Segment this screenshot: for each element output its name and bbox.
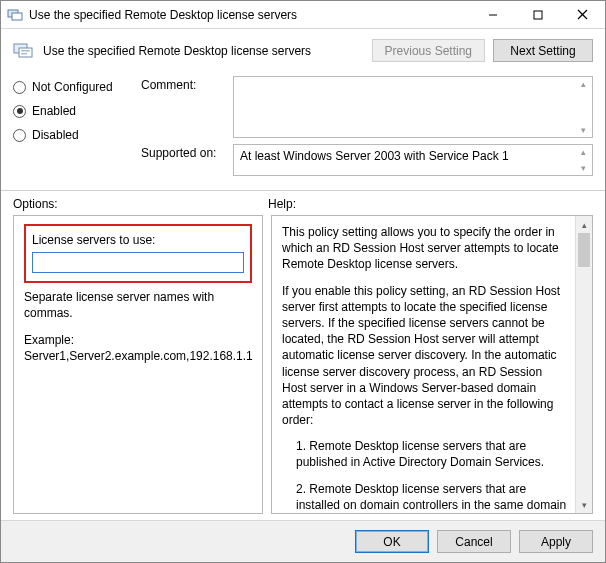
- help-scrollbar[interactable]: ▴ ▾: [575, 216, 592, 513]
- svg-rect-7: [19, 48, 32, 57]
- scroll-down-arrow-icon[interactable]: ▾: [576, 496, 592, 513]
- dialog-footer: OK Cancel Apply: [1, 520, 605, 562]
- column-headers: Options: Help:: [1, 197, 605, 215]
- config-fields: Comment: ▴▾ Supported on: At least Windo…: [141, 76, 593, 176]
- radio-label: Not Configured: [32, 80, 113, 94]
- supported-on-value: At least Windows Server 2003 with Servic…: [240, 149, 509, 163]
- scroll-hint: ▴▾: [576, 79, 590, 135]
- svg-rect-1: [12, 13, 22, 20]
- window-controls: [470, 1, 605, 28]
- license-servers-input[interactable]: [32, 252, 244, 273]
- divider: [1, 190, 605, 191]
- minimize-button[interactable]: [470, 1, 515, 28]
- close-button[interactable]: [560, 1, 605, 28]
- radio-disabled[interactable]: Disabled: [13, 128, 133, 142]
- options-panel: License servers to use: Separate license…: [13, 215, 263, 514]
- svg-rect-8: [21, 50, 30, 52]
- options-header: Options:: [13, 197, 268, 211]
- highlight-box: License servers to use:: [24, 224, 252, 283]
- help-list-item: 2. Remote Desktop license servers that a…: [282, 481, 570, 514]
- scroll-up-arrow-icon[interactable]: ▴: [576, 216, 592, 233]
- supported-on-field: At least Windows Server 2003 with Servic…: [233, 144, 593, 176]
- apply-button[interactable]: Apply: [519, 530, 593, 553]
- policy-header: Use the specified Remote Desktop license…: [1, 29, 605, 72]
- cancel-button[interactable]: Cancel: [437, 530, 511, 553]
- titlebar: Use the specified Remote Desktop license…: [1, 1, 605, 29]
- license-servers-label: License servers to use:: [32, 232, 244, 248]
- policy-icon: [13, 41, 35, 61]
- supported-row: Supported on: At least Windows Server 20…: [141, 144, 593, 176]
- supported-label: Supported on:: [141, 144, 227, 160]
- help-header: Help:: [268, 197, 593, 211]
- options-note-separator: Separate license server names with comma…: [24, 289, 252, 321]
- previous-setting-button: Previous Setting: [372, 39, 485, 62]
- ok-button[interactable]: OK: [355, 530, 429, 553]
- help-panel: This policy setting allows you to specif…: [271, 215, 593, 514]
- app-icon: [7, 7, 23, 23]
- next-setting-button[interactable]: Next Setting: [493, 39, 593, 62]
- svg-rect-9: [21, 53, 27, 55]
- policy-title: Use the specified Remote Desktop license…: [43, 44, 364, 58]
- help-list-item: 1. Remote Desktop license servers that a…: [282, 438, 570, 470]
- maximize-button[interactable]: [515, 1, 560, 28]
- state-radio-group: Not Configured Enabled Disabled: [13, 76, 133, 176]
- scroll-thumb[interactable]: [578, 233, 590, 267]
- svg-rect-3: [534, 11, 542, 19]
- comment-row: Comment: ▴▾: [141, 76, 593, 138]
- group-policy-editor-dialog: Use the specified Remote Desktop license…: [0, 0, 606, 563]
- radio-icon: [13, 105, 26, 118]
- columns: License servers to use: Separate license…: [1, 215, 605, 520]
- comment-textarea[interactable]: ▴▾: [233, 76, 593, 138]
- radio-label: Enabled: [32, 104, 76, 118]
- radio-enabled[interactable]: Enabled: [13, 104, 133, 118]
- window-title: Use the specified Remote Desktop license…: [29, 8, 470, 22]
- comment-label: Comment:: [141, 76, 227, 92]
- scroll-hint: ▴▾: [576, 147, 590, 173]
- config-section: Not Configured Enabled Disabled Comment:…: [1, 72, 605, 180]
- options-note-example: Example: Server1,Server2.example.com,192…: [24, 332, 252, 364]
- radio-icon: [13, 129, 26, 142]
- help-paragraph: If you enable this policy setting, an RD…: [282, 283, 570, 429]
- radio-not-configured[interactable]: Not Configured: [13, 80, 133, 94]
- scroll-track[interactable]: [576, 233, 592, 496]
- radio-label: Disabled: [32, 128, 79, 142]
- help-text: This policy setting allows you to specif…: [272, 216, 592, 514]
- help-paragraph: This policy setting allows you to specif…: [282, 224, 570, 273]
- radio-icon: [13, 81, 26, 94]
